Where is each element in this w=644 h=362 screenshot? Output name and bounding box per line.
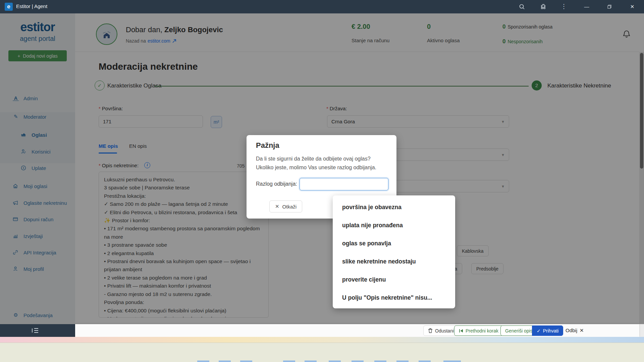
prihvati-button[interactable]: ✓ Prihvati [532,325,563,336]
action-footer: Odustani Prethodni korak Generiši opis ✓… [75,324,639,337]
active-indicator [240,361,252,362]
active-indicator [374,361,386,362]
collapse-sidebar-icon[interactable] [32,328,39,333]
cancel-button[interactable]: ✕ Otkaži [269,200,302,213]
dropdown-option[interactable]: oglas se ponavlja [333,234,455,252]
taskbar [0,343,644,362]
step-back-icon [459,329,463,333]
desktop-wallpaper-strip [0,337,644,343]
odbij-label[interactable]: Odbij [566,327,577,333]
active-indicator [329,361,341,362]
window-titlebar: e Estitor | Agent ⋮ — ✕ [0,0,644,13]
window-title: Estitor | Agent [16,3,47,9]
close-button[interactable]: ✕ [625,0,640,13]
dropdown-option[interactable]: površina je obavezna [333,198,455,216]
active-indicator [219,361,231,362]
prethodni-korak-button[interactable]: Prethodni korak [454,325,503,336]
modal-title: Pažnja [256,141,279,150]
modal-body-text: Da li ste sigurni da želite da odbijete … [256,155,387,172]
odustani-button[interactable]: Odustani [423,325,459,336]
odbij-close-icon[interactable]: ✕ [580,327,584,334]
app-icon: e [5,3,13,11]
active-indicator [197,361,209,362]
active-indicator [283,361,295,362]
active-indicator [396,361,409,362]
zoom-search-icon[interactable] [519,3,525,10]
active-indicator [419,361,431,362]
dropdown-option[interactable]: proverite cijenu [333,270,455,289]
dropdown-option[interactable]: uplata nije pronađena [333,216,455,234]
reason-input[interactable] [300,178,388,190]
extensions-icon[interactable] [540,3,547,10]
menu-kebab-icon[interactable]: ⋮ [561,3,567,10]
minimize-button[interactable]: — [579,0,594,13]
reason-suggestions-dropdown: površina je obavezna uplata nije pronađe… [333,195,455,308]
sidebar-footer [0,324,75,337]
dropdown-option[interactable]: slike nekretnine nedostaju [333,252,455,270]
active-indicator [443,361,461,362]
reason-label: Razlog odbijanja: [256,181,297,187]
active-indicator [305,361,317,362]
dropdown-option[interactable]: U polju "Opis nekretnine" nisu... [333,289,455,307]
screen: e Estitor | Agent ⋮ — ✕ estitor agent po… [0,0,644,362]
active-indicator [352,361,364,362]
trash-icon [428,328,433,333]
restore-button[interactable] [602,0,617,13]
close-icon: ✕ [275,203,279,209]
check-icon: ✓ [537,328,541,334]
